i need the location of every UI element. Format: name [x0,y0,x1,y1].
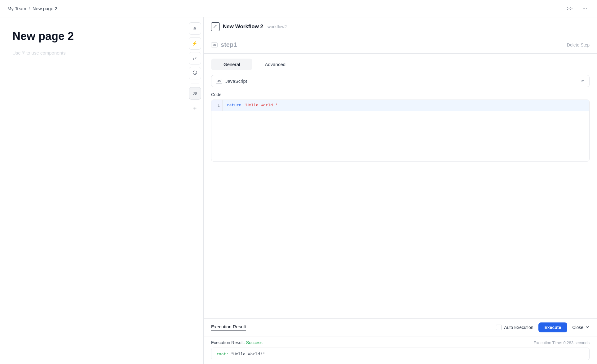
step-panel: JS step1 Delete Step General Advanced JS… [204,36,597,364]
workflow-icon [211,22,220,31]
delete-step-button[interactable]: Delete Step [567,42,590,47]
js-step-button[interactable]: JS [189,87,201,100]
exec-status-prefix: Execution Result: [211,340,245,345]
workflow-id: workflow2 [268,24,287,29]
step-name: step1 [221,41,237,48]
string-hello-world: 'Hello World!' [244,103,278,108]
lang-js-badge: JS [216,79,222,84]
add-step-button[interactable]: + [189,102,201,114]
page-hint: Use '/' to use components [12,50,174,55]
tabs-row: General Advanced [204,54,597,70]
tab-advanced[interactable]: Advanced [252,59,298,70]
workflow-title: New Workflow 2 [223,24,263,30]
exec-status-value: Success [246,340,263,345]
tab-general[interactable]: General [211,59,252,70]
breadcrumb-separator: / [29,6,30,11]
hash-icon: # [193,26,196,31]
execution-result-content: Execution Result: Success Execution Time… [204,336,597,364]
workflow-header: New Workflow 2 workflow2 [204,17,597,36]
language-selector[interactable]: JS JavaScript [211,75,590,87]
execution-toolbar: Execution Result Auto Execution Execute … [204,319,597,336]
lang-chevron-icon [581,78,585,84]
history-button[interactable] [189,67,201,79]
exec-time-prefix: Execution Time: [533,340,562,345]
auto-execution-label: Auto Execution [504,325,533,330]
exec-time: Execution Time: 0.283 seconds [533,340,590,345]
breadcrumb-team[interactable]: My Team [7,6,26,11]
lang-label: JavaScript [225,78,581,84]
code-content: return 'Hello World!' [223,100,282,111]
code-section: Code 1 return 'Hello World!' [211,92,590,162]
page-title: New page 2 [12,30,174,43]
line-number: 1 [211,100,223,111]
close-label: Close [572,325,583,330]
right-panel: New Workflow 2 workflow2 JS step1 Delete… [204,17,597,364]
execute-button[interactable]: Execute [538,322,568,332]
close-chevron-icon [585,325,590,330]
breadcrumb-page[interactable]: New page 2 [33,6,57,11]
exec-time-value: 0.283 seconds [563,340,590,345]
step-js-badge: JS [211,42,218,47]
code-label: Code [211,92,590,97]
step-title-row: JS step1 [211,41,237,48]
split-icon: ⇄ [193,55,197,61]
exec-status-text: Execution Result: Success [211,340,263,345]
lightning-button[interactable]: ⚡ [189,37,201,50]
left-panel: New page 2 Use '/' to use components # ⚡… [0,17,204,364]
auto-execution-row: Auto Execution [496,325,533,330]
toolbar-divider [191,83,199,83]
sidebar-toolbar: # ⚡ ⇄ JS + [186,17,203,364]
top-nav: My Team / New page 2 >> ··· [0,0,597,17]
hash-button[interactable]: # [189,22,201,35]
execution-panel: Execution Result Auto Execution Execute … [204,318,597,364]
step-content: JS JavaScript Code 1 [204,70,597,318]
code-empty-area[interactable] [211,111,589,148]
expand-button[interactable]: >> [564,5,575,13]
close-button[interactable]: Close [572,325,590,330]
breadcrumb: My Team / New page 2 [7,6,57,11]
auto-execution-checkbox[interactable] [496,325,502,330]
main-layout: New page 2 Use '/' to use components # ⚡… [0,17,597,364]
exec-result-value: "Hello World!" [231,352,265,356]
step-header: JS step1 Delete Step [204,36,597,54]
code-editor[interactable]: 1 return 'Hello World!' [211,100,590,162]
exec-result-key: root: [216,352,228,356]
code-line-1: 1 return 'Hello World!' [211,100,589,111]
execution-result-tab[interactable]: Execution Result [211,324,246,331]
more-options-button[interactable]: ··· [580,4,590,13]
exec-status-row: Execution Result: Success Execution Time… [211,340,590,345]
history-icon [192,70,197,76]
split-button[interactable]: ⇄ [189,52,201,64]
lightning-icon: ⚡ [192,41,198,46]
keyword-return: return [227,103,241,108]
exec-result-box: root: "Hello World!" [211,348,590,360]
page-content: New page 2 Use '/' to use components [0,17,186,364]
nav-right: >> ··· [564,4,590,13]
